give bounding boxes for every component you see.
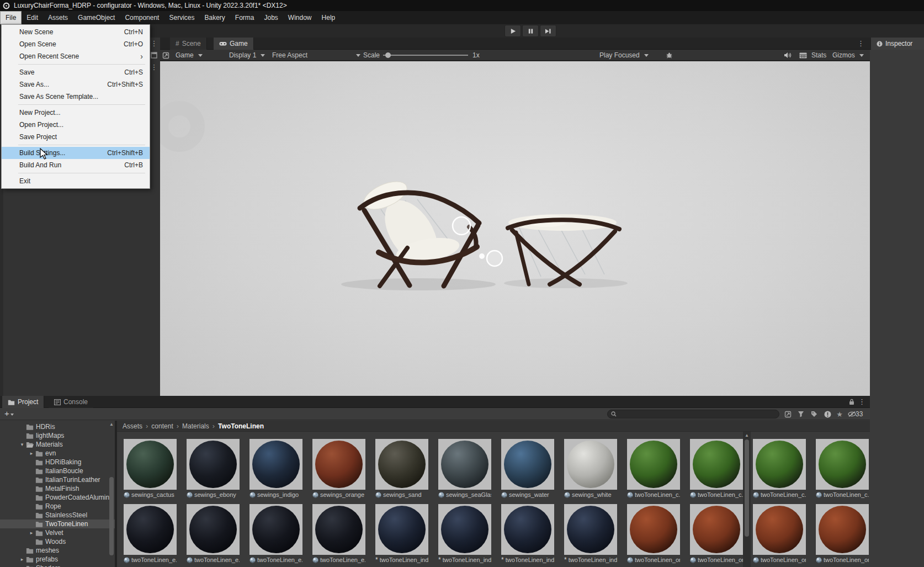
tab-scene[interactable]: # Scene: [170, 38, 207, 50]
tree-item-rope[interactable]: Rope: [0, 502, 115, 511]
menu-item-build-and-run[interactable]: Build And RunCtrl+B: [2, 159, 150, 171]
menu-item-save[interactable]: SaveCtrl+S: [2, 66, 150, 78]
tab-game[interactable]: Game: [214, 38, 254, 50]
tree-item-shaders[interactable]: Shaders: [0, 564, 115, 567]
asset-tile[interactable]: twoToneLinen_c...: [690, 439, 743, 499]
tree-scrollbar[interactable]: [108, 421, 115, 567]
aspect-ratio-dropdown[interactable]: Free Aspect: [272, 50, 360, 61]
menu-item-new-project[interactable]: New Project...: [2, 107, 150, 119]
menu-jobs[interactable]: Jobs: [259, 11, 283, 24]
asset-tile[interactable]: sewings_indigo: [249, 439, 302, 499]
asset-tile[interactable]: sewings_orange: [312, 439, 365, 499]
menu-item-save-project[interactable]: Save Project: [2, 131, 150, 143]
menu-edit[interactable]: Edit: [22, 11, 43, 24]
vsync-grid-icon[interactable]: [799, 50, 807, 61]
menu-item-save-as[interactable]: Save As...Ctrl+Shift+S: [2, 78, 150, 91]
mute-audio-icon[interactable]: [784, 50, 792, 61]
tree-item-materials[interactable]: ▾Materials: [0, 440, 115, 449]
tree-expand-icon[interactable]: ▸: [28, 530, 35, 536]
scale-slider-track[interactable]: [383, 55, 468, 56]
lock-icon[interactable]: [849, 399, 854, 405]
asset-tile[interactable]: twoToneLinen_c...: [816, 439, 869, 499]
tree-item-evn[interactable]: ▸evn: [0, 449, 115, 458]
menu-help[interactable]: Help: [317, 11, 341, 24]
menu-services[interactable]: Services: [164, 11, 199, 24]
tree-item-velvet[interactable]: ▸Velvet: [0, 528, 115, 537]
create-asset-button[interactable]: +: [4, 409, 14, 418]
favorites-star-icon[interactable]: ★: [835, 410, 845, 418]
menu-item-new-scene[interactable]: New SceneCtrl+N: [2, 26, 150, 38]
asset-tile[interactable]: sewings_seaGlass: [438, 439, 491, 499]
breadcrumb-segment[interactable]: Assets: [123, 422, 142, 430]
menu-item-build-settings[interactable]: Build Settings...Ctrl+Shift+B: [2, 147, 150, 159]
asset-tile[interactable]: twoToneLinen_e...: [312, 504, 365, 564]
debug-bug-icon[interactable]: [666, 50, 673, 61]
game-viewport[interactable]: [160, 61, 870, 396]
asset-tile[interactable]: twoToneLinen_or...: [753, 504, 806, 564]
stats-toggle[interactable]: Stats: [811, 50, 826, 61]
play-button[interactable]: [505, 25, 521, 37]
menu-component[interactable]: Component: [120, 11, 164, 24]
asset-tile[interactable]: *twoToneLinen_ind...: [501, 504, 554, 564]
menu-forma[interactable]: Forma: [230, 11, 259, 24]
tree-expand-icon[interactable]: ▸: [28, 451, 35, 456]
tree-item-stainlesssteel[interactable]: StainlessSteel: [0, 511, 115, 520]
tree-item-meshes[interactable]: meshes: [0, 546, 115, 555]
breadcrumb-segment[interactable]: Materials: [182, 422, 209, 430]
filter-type-icon[interactable]: [796, 410, 806, 418]
asset-tile[interactable]: *twoToneLinen_ind...: [438, 504, 491, 564]
tree-item-metalfinish[interactable]: MetalFinish: [0, 484, 115, 493]
tree-expand-icon[interactable]: ▾: [18, 442, 26, 447]
menu-file[interactable]: File: [0, 11, 22, 24]
game-view-menu-icon[interactable]: ⋮: [857, 40, 864, 47]
game-display-mode-dropdown[interactable]: Game: [176, 50, 203, 61]
menu-gameobject[interactable]: GameObject: [73, 11, 120, 24]
asset-tile[interactable]: twoToneLinen_or...: [690, 504, 743, 564]
open-search-icon[interactable]: [783, 410, 793, 418]
asset-tile[interactable]: twoToneLinen_e...: [249, 504, 302, 564]
render-target-icon[interactable]: [162, 50, 169, 61]
asset-tile[interactable]: twoToneLinen_e...: [124, 504, 177, 564]
asset-tile[interactable]: twoToneLinen_c...: [627, 439, 680, 499]
asset-tile[interactable]: sewings_cactus: [124, 439, 177, 499]
menu-assets[interactable]: Assets: [43, 11, 73, 24]
grid-scrollbar[interactable]: ▲: [743, 432, 751, 567]
breadcrumb-segment[interactable]: TwoToneLinen: [218, 422, 264, 430]
tab-console[interactable]: Console: [49, 396, 93, 408]
tree-scrollbar-thumb[interactable]: [109, 477, 114, 555]
tree-item-hdris[interactable]: HDRis: [0, 422, 115, 431]
menu-window[interactable]: Window: [283, 11, 317, 24]
panel-window-icon[interactable]: [151, 52, 157, 59]
search-input[interactable]: [619, 411, 768, 417]
asset-tile[interactable]: sewings_ebony: [187, 439, 240, 499]
tree-item-italianboucle[interactable]: ItalianBoucle: [0, 467, 115, 475]
menu-bakery[interactable]: Bakery: [199, 11, 230, 24]
asset-tile[interactable]: *twoToneLinen_ind...: [375, 504, 428, 564]
menu-item-open-project[interactable]: Open Project...: [2, 119, 150, 131]
asset-tile[interactable]: *twoToneLinen_ind...: [564, 504, 617, 564]
breadcrumb-segment[interactable]: content: [151, 422, 173, 430]
play-focused-dropdown[interactable]: Play Focused: [599, 50, 649, 61]
menu-item-open-recent-scene[interactable]: Open Recent Scene›: [2, 50, 150, 62]
scale-slider-knob[interactable]: [385, 52, 391, 58]
panel-menu-icon[interactable]: ⋮: [151, 63, 158, 71]
alert-icon[interactable]: [822, 410, 832, 418]
gizmos-dropdown[interactable]: Gizmos: [832, 50, 864, 61]
project-menu-icon[interactable]: ⋮: [858, 398, 865, 405]
grid-scroll-up-icon[interactable]: ▲: [744, 433, 750, 438]
tab-project[interactable]: Project: [2, 396, 44, 408]
asset-tile[interactable]: twoToneLinen_c...: [753, 439, 806, 499]
tree-item-italianturinleather[interactable]: ItalianTurinLeather: [0, 475, 115, 484]
asset-tile[interactable]: sewings_water: [501, 439, 554, 499]
tree-item-powdercoatedalumin[interactable]: PowderCoatedAlumin: [0, 493, 115, 502]
asset-tile[interactable]: sewings_sand: [375, 439, 428, 499]
tree-item-prefabs[interactable]: ▸prefabs: [0, 555, 115, 564]
menu-item-open-scene[interactable]: Open SceneCtrl+O: [2, 38, 150, 50]
asset-tile[interactable]: twoToneLinen_or...: [816, 504, 869, 564]
tree-item-twotonelinen[interactable]: TwoToneLinen: [0, 520, 115, 528]
grid-scrollbar-thumb[interactable]: [745, 439, 749, 537]
step-button[interactable]: [540, 25, 556, 37]
display-dropdown[interactable]: Display 1: [229, 50, 265, 61]
asset-tile[interactable]: twoToneLinen_e...: [187, 504, 240, 564]
menu-item-save-as-scene-template[interactable]: Save As Scene Template...: [2, 91, 150, 103]
